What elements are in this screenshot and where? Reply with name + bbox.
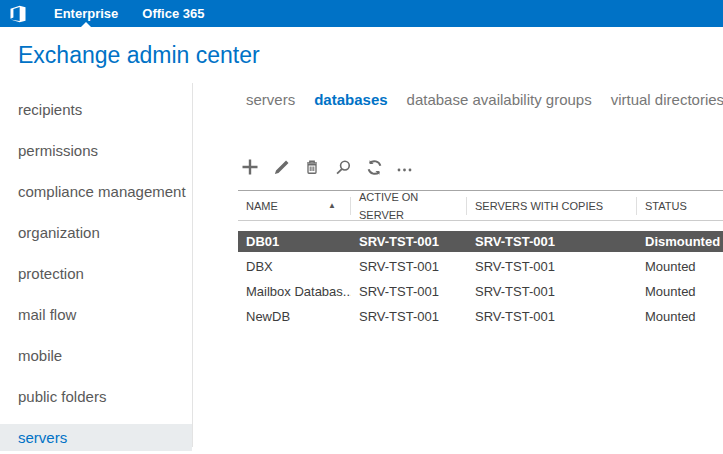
content: recipients permissions compliance manage… — [0, 83, 723, 447]
office-logo-icon[interactable] — [8, 4, 28, 24]
table-row[interactable]: DB01 SRV-TST-001 SRV-TST-001 Dismounted — [238, 231, 723, 252]
tab-servers[interactable]: servers — [246, 91, 295, 108]
column-header-status[interactable]: STATUS — [637, 197, 723, 215]
table-row[interactable]: Mailbox Databas... SRV-TST-001 SRV-TST-0… — [238, 279, 723, 304]
add-icon[interactable] — [240, 157, 260, 177]
status-badge: Mounted — [637, 309, 723, 324]
edit-icon[interactable] — [271, 157, 291, 177]
column-header-servers-with-copies[interactable]: SERVERS WITH COPIES — [467, 197, 637, 215]
sidebar-item-protection[interactable]: protection — [0, 253, 192, 294]
search-icon[interactable] — [333, 157, 353, 177]
tab-databases[interactable]: databases — [314, 91, 387, 108]
topbar: Enterprise Office 365 — [0, 0, 723, 27]
sidebar-item-recipients[interactable]: recipients — [0, 89, 192, 130]
section-tabs: servers databases database availability … — [238, 91, 723, 108]
sidebar-item-mail-flow[interactable]: mail flow — [0, 294, 192, 335]
sort-ascending-icon: ▲ — [328, 197, 336, 215]
table-row[interactable]: DBX SRV-TST-001 SRV-TST-001 Mounted — [238, 254, 723, 279]
sidebar-item-permissions[interactable]: permissions — [0, 130, 192, 171]
status-badge: Mounted — [637, 259, 723, 274]
toolbar — [238, 155, 723, 179]
sidebar: recipients permissions compliance manage… — [0, 83, 193, 447]
column-header-active-on-server[interactable]: ACTIVE ON SERVER — [351, 197, 467, 215]
topbar-tab-enterprise[interactable]: Enterprise — [42, 0, 130, 27]
table-body: DB01 SRV-TST-001 SRV-TST-001 Dismounted … — [238, 221, 723, 329]
page-title: Exchange admin center — [18, 42, 723, 69]
table-header-row: NAME ▲ ACTIVE ON SERVER SERVERS WITH COP… — [238, 191, 723, 221]
more-icon[interactable] — [395, 157, 415, 177]
sidebar-item-mobile[interactable]: mobile — [0, 335, 192, 376]
sidebar-item-public-folders[interactable]: public folders — [0, 376, 192, 417]
databases-table: NAME ▲ ACTIVE ON SERVER SERVERS WITH COP… — [238, 190, 723, 329]
column-header-name[interactable]: NAME ▲ — [238, 197, 351, 215]
sidebar-item-servers[interactable]: servers — [0, 417, 192, 454]
topbar-tab-office365[interactable]: Office 365 — [130, 0, 216, 27]
status-badge: Mounted — [637, 284, 723, 299]
sidebar-item-compliance-management[interactable]: compliance management — [0, 171, 192, 212]
sidebar-item-organization[interactable]: organization — [0, 212, 192, 253]
tab-virtual-directories[interactable]: virtual directories — [611, 91, 723, 108]
delete-icon[interactable] — [302, 157, 322, 177]
refresh-icon[interactable] — [364, 157, 384, 177]
main-panel: servers databases database availability … — [193, 83, 723, 447]
table-row[interactable]: NewDB SRV-TST-001 SRV-TST-001 Mounted — [238, 304, 723, 329]
status-badge: Dismounted — [637, 234, 723, 249]
page-header: Exchange admin center — [0, 27, 723, 83]
tab-database-availability-groups[interactable]: database availability groups — [407, 91, 592, 108]
